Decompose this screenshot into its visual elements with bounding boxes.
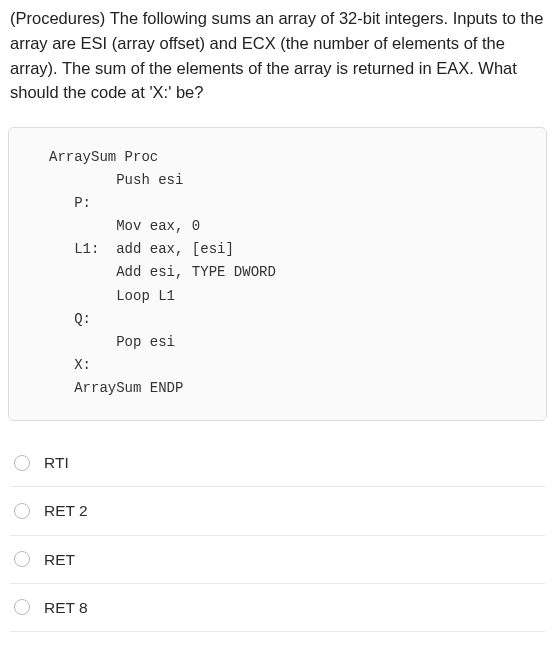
radio-icon[interactable] xyxy=(14,455,30,471)
radio-icon[interactable] xyxy=(14,599,30,615)
option-ret2[interactable]: RET 2 xyxy=(10,486,545,534)
question-text: (Procedures) The following sums an array… xyxy=(0,0,555,113)
option-ret8[interactable]: RET 8 xyxy=(10,583,545,631)
option-label: RET 8 xyxy=(44,596,88,619)
option-label: RTI xyxy=(44,451,69,474)
option-rti[interactable]: RTI xyxy=(10,439,545,486)
option-label: RET xyxy=(44,548,75,571)
radio-icon[interactable] xyxy=(14,551,30,567)
option-none[interactable]: None of the above xyxy=(10,631,545,648)
code-block: ArraySum Proc Push esi P: Mov eax, 0 L1:… xyxy=(8,127,547,421)
option-label: RET 2 xyxy=(44,499,88,522)
radio-icon[interactable] xyxy=(14,503,30,519)
option-ret[interactable]: RET xyxy=(10,535,545,583)
options-list: RTI RET 2 RET RET 8 None of the above xyxy=(0,439,555,648)
option-label: None of the above xyxy=(44,644,171,648)
